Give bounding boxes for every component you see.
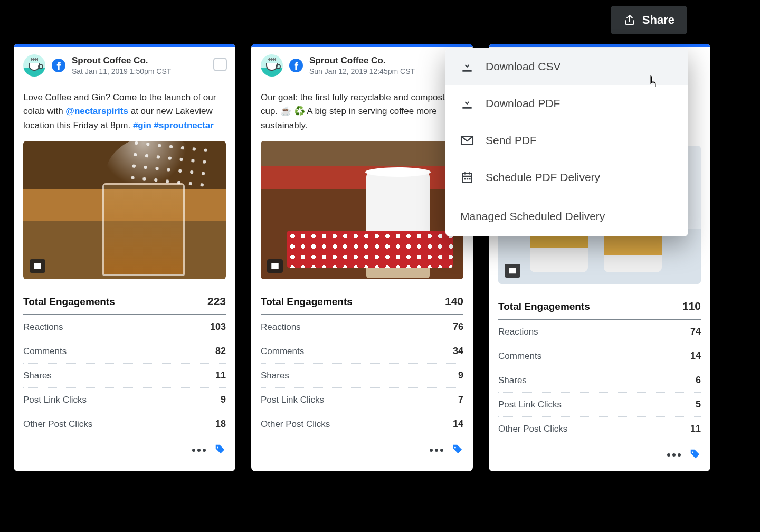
svg-rect-0 <box>464 178 466 179</box>
metric-value: 9 <box>458 370 463 381</box>
post-text: Our goal: the first fully recyclable and… <box>261 92 462 130</box>
metric-label: Shares <box>23 370 52 381</box>
metric-label: Comments <box>23 346 66 357</box>
more-options-button[interactable] <box>667 453 681 457</box>
image-type-badge <box>267 259 283 273</box>
menu-item-label: Managed Scheduled Delivery <box>460 210 605 222</box>
svg-rect-2 <box>469 178 470 179</box>
tag-button[interactable] <box>689 448 701 462</box>
card-header: Sprout Coffee Co. Sun Jan 12, 2019 12:45… <box>251 47 473 82</box>
metric-label: Comments <box>498 351 542 362</box>
svg-rect-1 <box>467 178 468 179</box>
share-icon <box>623 14 636 26</box>
share-button[interactable]: Share <box>611 6 687 34</box>
post-body: Love Coffee and Gin? Come to the launch … <box>14 82 235 132</box>
download-icon <box>460 60 474 73</box>
image-type-badge <box>30 259 45 273</box>
metric-value: 5 <box>696 399 701 410</box>
card-accent-bar <box>489 44 710 47</box>
metric-value: 140 <box>445 295 463 308</box>
menu-item-managed-delivery[interactable]: Managed Scheduled Delivery <box>445 196 688 236</box>
card-header: Sprout Coffee Co. Sat Jan 11, 2019 1:50p… <box>14 47 235 82</box>
menu-item-schedule-pdf[interactable]: Schedule PDF Delivery <box>445 159 688 196</box>
post-card: Sprout Coffee Co. Sun Jan 12, 2019 12:45… <box>251 44 473 471</box>
metrics-table: Total Engagements223 Reactions103 Commen… <box>14 279 235 440</box>
metric-value: 110 <box>682 300 701 312</box>
image-type-badge <box>505 264 520 278</box>
metrics-table: Total Engagements110 Reactions74 Comment… <box>489 284 710 445</box>
post-body: Our goal: the first fully recyclable and… <box>251 82 473 132</box>
post-timestamp: Sun Jan 12, 2019 12:45pm CST <box>309 67 415 75</box>
metric-label: Other Post Clicks <box>23 419 92 430</box>
share-button-label: Share <box>642 13 674 27</box>
metric-value: 76 <box>453 321 463 332</box>
metric-label: Total Engagements <box>23 296 115 308</box>
envelope-icon <box>460 134 474 147</box>
metric-value: 74 <box>690 326 701 337</box>
metric-label: Reactions <box>498 327 538 337</box>
tag-button[interactable] <box>452 443 463 457</box>
metric-label: Post Link Clicks <box>498 400 562 410</box>
metric-value: 223 <box>207 295 226 308</box>
page-name: Sprout Coffee Co. <box>309 55 415 66</box>
post-media[interactable] <box>23 141 226 279</box>
metric-value: 6 <box>696 375 701 386</box>
metric-label: Other Post Clicks <box>261 419 330 430</box>
menu-item-label: Schedule PDF Delivery <box>486 171 600 184</box>
pointer-cursor-icon <box>646 74 659 91</box>
metric-value: 7 <box>458 394 463 405</box>
metric-value: 82 <box>215 346 226 357</box>
metric-label: Reactions <box>23 322 63 332</box>
facebook-icon <box>52 59 65 72</box>
post-timestamp: Sat Jan 11, 2019 1:50pm CST <box>72 67 171 75</box>
post-card: Sprout Coffee Co. Sat Jan 11, 2019 1:50p… <box>14 44 235 471</box>
menu-item-label: Download PDF <box>486 97 560 110</box>
menu-item-label: Download CSV <box>486 60 560 73</box>
metric-value: 14 <box>453 419 463 430</box>
metric-label: Shares <box>261 370 289 381</box>
brand-avatar <box>261 54 283 77</box>
facebook-icon <box>289 59 303 72</box>
metric-label: Post Link Clicks <box>23 395 87 405</box>
post-media[interactable] <box>261 141 463 279</box>
tag-button[interactable] <box>214 443 226 457</box>
metric-value: 11 <box>690 423 701 434</box>
calendar-icon <box>460 170 474 184</box>
metric-label: Shares <box>498 375 527 386</box>
metric-label: Comments <box>261 346 304 357</box>
menu-item-send-pdf[interactable]: Send PDF <box>445 122 688 159</box>
metric-label: Total Engagements <box>261 296 353 308</box>
metric-value: 11 <box>215 370 226 381</box>
mention-link[interactable]: @nectarspirits <box>65 106 128 116</box>
metrics-table: Total Engagements140 Reactions76 Comment… <box>251 279 473 440</box>
download-icon <box>460 97 474 110</box>
metric-label: Total Engagements <box>498 301 590 312</box>
page-name: Sprout Coffee Co. <box>72 55 171 66</box>
brand-avatar <box>23 54 45 77</box>
select-checkbox[interactable] <box>213 58 227 71</box>
metric-value: 103 <box>210 321 226 332</box>
metric-label: Post Link Clicks <box>261 395 324 405</box>
metric-value: 9 <box>221 394 226 405</box>
metric-label: Other Post Clicks <box>498 424 567 434</box>
menu-item-label: Send PDF <box>486 134 537 147</box>
more-options-button[interactable] <box>430 449 443 452</box>
hashtag-link[interactable]: #gin #sproutnectar <box>133 120 214 130</box>
metric-value: 34 <box>453 346 463 357</box>
metric-value: 18 <box>215 419 226 430</box>
metric-value: 14 <box>690 350 701 362</box>
metric-label: Reactions <box>261 322 301 332</box>
more-options-button[interactable] <box>192 449 206 452</box>
